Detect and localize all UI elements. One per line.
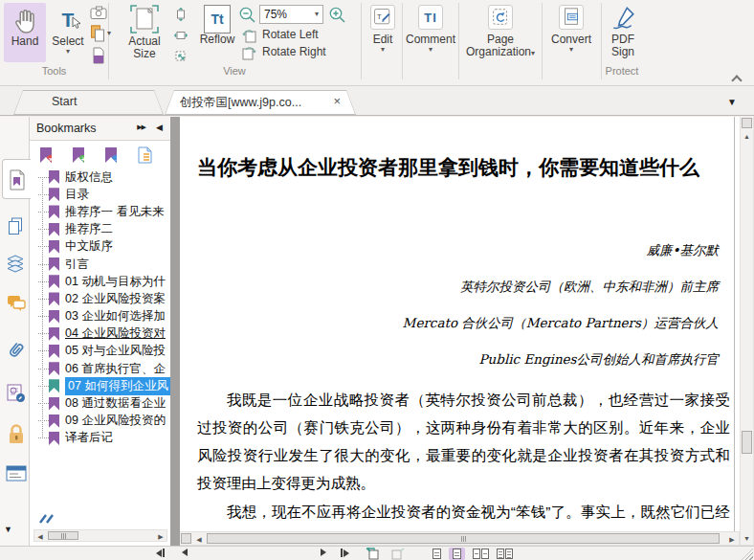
hand-tool-button[interactable]: Hand [4,3,46,62]
bookmark-item-selected[interactable]: 07 如何得到企业风 [33,377,170,394]
document-title: 当你考虑从企业投资者那里拿到钱时，你需要知道些什么 [197,149,729,185]
view-group-label: View [108,65,361,77]
document-v-scrollbar[interactable]: ▲ ▼ [740,117,754,546]
document-h-scrollbar[interactable]: ◀ ▶ [180,531,740,546]
bookmarks-panel-tab[interactable] [2,159,31,199]
pdf-sign-button[interactable]: PDF Sign [602,5,644,58]
convert-icon [559,5,584,30]
delete-bookmark-button[interactable]: × [40,147,52,167]
paste-button[interactable]: ▾ [90,25,111,42]
reflow-button[interactable]: Tt Reflow [194,3,240,46]
bookmark-item[interactable]: 目录 [33,186,170,203]
zoom-level-combobox[interactable]: 75% ▾ [259,5,323,24]
layers-panel-button[interactable] [6,255,25,274]
expand-bookmark-button[interactable] [138,146,152,164]
tab-document[interactable]: 创投帝国[www.j9p.co... × [165,90,356,115]
next-view-button[interactable] [390,548,405,560]
bookmark-icon [49,170,59,184]
convert-button[interactable]: Convert ▾ [543,5,599,54]
fields-panel-button[interactable] [6,465,25,484]
single-page-view-button[interactable] [429,548,445,560]
bookmark-item[interactable]: 推荐序二 [33,221,170,238]
bookmark-label: 01 动机与目标为什 [65,274,166,290]
close-icon[interactable]: × [333,94,341,108]
snapshot-button[interactable] [90,6,108,20]
first-page-button[interactable] [156,549,165,557]
tab-list-menu-button[interactable]: ▼ [727,97,737,107]
scroll-down-icon[interactable]: ▼ [741,535,753,542]
pdf-sign-label-2: Sign [611,46,634,58]
tools-group-label: Tools [0,65,108,77]
last-page-button[interactable] [341,549,349,557]
continuous-facing-view-button[interactable] [497,548,513,560]
scrollbar-split-box[interactable] [742,118,752,128]
bookmark-item[interactable]: 08 通过数据看企业 [33,394,170,412]
more-panels-button[interactable]: ▼ [4,525,12,534]
scroll-right-icon[interactable]: ▶ [728,536,736,544]
add-badge: + [78,155,88,165]
collapse-panel-icon[interactable]: ◀ [156,123,163,132]
add-bookmark-button[interactable]: + [73,147,84,167]
edit-icon: T [370,5,395,30]
select-tool-button[interactable]: T Select ▾ [48,3,88,72]
bookmark-item[interactable]: 中文版序 [33,238,170,256]
scrollbar-thumb[interactable] [48,531,78,540]
bookmark-item[interactable]: 02 企业风险投资案 [33,290,170,307]
bookmark-item[interactable]: 译者后记 [33,430,170,447]
scroll-left-icon[interactable]: ◀ [36,533,44,541]
group-separator [402,3,403,79]
rotate-right-label: Rotate Right [262,46,326,58]
page-organization-button[interactable]: Page Organization▾ [460,5,541,58]
next-page-button[interactable] [321,549,326,556]
bookmarks-h-scrollbar[interactable]: ◀ ▶ [33,529,167,542]
previous-view-button[interactable] [366,548,380,560]
scroll-up-icon[interactable]: ▲ [741,133,753,140]
attachments-panel-button[interactable] [6,339,25,358]
bookmark-label: 03 企业如何选择加 [65,308,166,325]
document-view[interactable]: 当你考虑从企业投资者那里拿到钱时，你需要知道些什么 威廉•基尔默 英特尔投资公司… [180,117,740,546]
fit-visible-button[interactable] [173,49,188,64]
previous-page-button[interactable] [182,549,188,556]
actual-size-button[interactable]: Actual Size [119,3,170,60]
scrollbar-thumb[interactable] [742,431,752,454]
scroll-right-icon[interactable]: ▶ [157,533,165,541]
bookmark-item[interactable]: 06 首席执行官、企 [33,360,170,377]
bookmark-item[interactable]: 01 动机与目标为什 [33,273,170,290]
zoom-in-icon-button[interactable] [328,6,346,24]
continuous-view-button[interactable] [449,548,465,560]
bookmark-item[interactable]: 04 企业风险投资对 [33,325,170,343]
signatures-panel-button[interactable] [6,383,25,402]
actual-size-label: Actual Size [122,35,166,60]
facing-view-button[interactable] [473,548,489,560]
security-panel-button[interactable] [6,423,25,442]
fit-width-button[interactable] [173,28,188,43]
bookmark-item[interactable]: 05 对与企业风险投 [33,343,170,360]
bookmark-label: 译者后记 [65,430,113,446]
bookmark-item[interactable]: 推荐序一 看见未来 [33,203,170,220]
scroll-left-icon[interactable]: ◀ [195,536,203,544]
insert-page-button[interactable] [92,47,105,64]
bookmark-item[interactable]: 09 企业风险投资的 [33,413,170,430]
tab-start[interactable]: Start [13,90,164,115]
panel-splitter[interactable] [170,117,180,546]
goto-bookmark-button[interactable]: → [105,147,117,167]
bookmark-item[interactable]: 版权信息 [33,168,170,186]
window-resize-grip[interactable] [742,549,753,560]
bookmark-item[interactable]: 03 企业如何选择加 [33,308,170,325]
bookmark-item[interactable]: 引言 [33,256,170,273]
dock-panel-icon[interactable]: ▶▶ [137,123,145,131]
fit-page-button[interactable] [173,7,188,22]
pdf-sign-icon [610,5,636,32]
tab-start-label: Start [52,95,77,108]
scrollbar-thumb[interactable] [207,533,720,544]
group-separator [361,3,362,79]
zoom-out-icon-button[interactable] [238,6,256,24]
scrollbar-split-box[interactable] [181,533,191,544]
comments-panel-button[interactable] [6,293,25,312]
comment-button[interactable]: TI Comment ▾ [406,5,455,54]
pages-panel-button[interactable] [6,216,25,235]
rotate-left-button[interactable]: Rotate Left [241,27,319,43]
bookmark-icon [49,414,59,428]
rotate-right-button[interactable]: Rotate Right [241,44,326,60]
edit-button[interactable]: T Edit ▾ [364,5,402,54]
